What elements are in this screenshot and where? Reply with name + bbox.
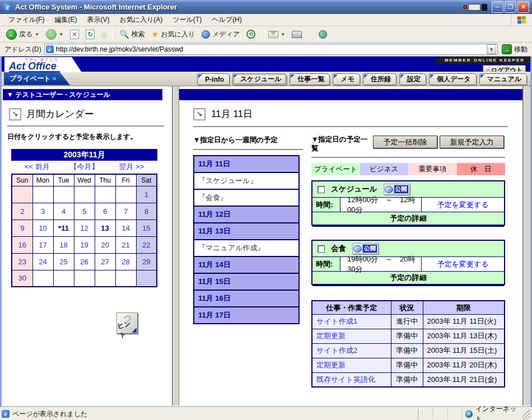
calendar-day[interactable]: 17 (32, 236, 53, 253)
calendar-day[interactable]: 27 (95, 253, 115, 270)
calendar-day[interactable]: 4 (53, 203, 74, 220)
week-date-row[interactable]: 11月 15日 (194, 274, 298, 291)
schedule-detail-link[interactable]: 予定の詳細 (312, 212, 504, 225)
nav-tab-スケジュール[interactable]: スケジュール (232, 73, 287, 85)
back-button[interactable]: ←戻る▼ (3, 28, 42, 41)
calendar-day[interactable]: 15 (136, 220, 157, 236)
nav-tab-P-info[interactable]: P-info (197, 73, 230, 85)
messenger-button[interactable] (316, 29, 330, 40)
calendar-day[interactable]: 3 (32, 203, 53, 220)
calendar-day[interactable]: 2 (12, 203, 32, 220)
calendar-day[interactable]: 14 (115, 220, 136, 236)
week-date-row[interactable]: 11月 11日 (194, 156, 298, 173)
print-button[interactable] (289, 30, 305, 39)
menu-item[interactable]: ファイル(F) (3, 14, 49, 26)
prev-month-link[interactable]: << 前月 (25, 162, 50, 172)
week-date-row[interactable]: 11月 12日 (194, 207, 298, 223)
stop-button[interactable]: ✕ (67, 29, 82, 40)
act-office-logo[interactable]: アクト オフィス Act Office (4, 57, 82, 72)
nav-tab-メモ[interactable]: メモ (333, 73, 360, 85)
week-date-row[interactable]: 11月 17日 (194, 307, 298, 323)
nav-tab-マニュアル[interactable]: マニュアル (479, 73, 527, 85)
calendar-day[interactable]: 29 (136, 253, 157, 270)
calendar-day[interactable]: 19 (74, 236, 95, 253)
week-event-link[interactable]: 『マニュアル作成』 (194, 240, 298, 257)
entry-checkbox[interactable] (318, 245, 325, 253)
entry-checkbox[interactable] (318, 186, 325, 193)
calendar-day[interactable]: 30 (12, 270, 32, 287)
tab-corner-icon (334, 74, 338, 78)
change-schedule-link[interactable]: 予定を変更する (421, 198, 504, 212)
calendar-day[interactable]: 13 (95, 220, 115, 236)
address-dropdown-icon[interactable]: ▼ (487, 44, 496, 54)
calendar-day[interactable]: 24 (32, 253, 53, 270)
favorites-button[interactable]: ★お気に入り (149, 29, 198, 40)
calendar-day[interactable]: 25 (53, 253, 74, 270)
current-month-link[interactable]: 【今月】 (69, 162, 99, 172)
calendar-day[interactable]: 23 (12, 253, 32, 270)
week-event-link[interactable]: 『会食』 (194, 190, 298, 207)
forward-button[interactable]: →▼ (43, 28, 66, 41)
menu-item[interactable]: お気に入り(A) (114, 14, 167, 26)
task-name-link[interactable]: サイト作成1 (312, 314, 391, 329)
week-date-row[interactable]: 11月 14日 (194, 257, 298, 274)
calendar-day[interactable]: 20 (95, 236, 115, 253)
maximize-button[interactable]: ❐ (505, 1, 516, 13)
private-mode-tab[interactable]: プライベート » (4, 72, 70, 85)
calendar-day[interactable]: 8 (136, 203, 157, 220)
next-month-link[interactable]: 翌月 >> (119, 162, 144, 172)
menu-item[interactable]: 表示(V) (82, 14, 114, 26)
close-button[interactable]: ✕ (517, 1, 529, 13)
task-name-link[interactable]: 既存サイト英語化 (312, 372, 391, 387)
calendar-day[interactable]: 9 (12, 220, 32, 236)
week-event-link[interactable]: 『スケジュール』 (194, 173, 298, 190)
calendar-day[interactable]: 12 (74, 220, 95, 236)
menu-item[interactable]: ツール(T) (167, 14, 207, 26)
calendar-day[interactable]: 22 (136, 236, 157, 253)
address-input[interactable]: e http://dev.birth.ne.jp/mokv3/servlet/P… (44, 44, 498, 55)
nav-tab-設定[interactable]: 設定 (399, 73, 426, 85)
task-name-link[interactable]: 定期更新 (312, 358, 391, 372)
calendar-day[interactable]: 28 (115, 253, 136, 270)
calendar-day[interactable]: 5 (74, 203, 95, 220)
task-name-link[interactable]: サイト作成2 (312, 343, 391, 358)
resize-grip[interactable] (522, 409, 530, 419)
menu-item[interactable]: ヘルプ(H) (207, 14, 247, 26)
frame-divider[interactable] (172, 86, 179, 405)
week-date-row[interactable]: 11月 13日 (194, 223, 298, 240)
calendar-day[interactable]: 26 (74, 253, 95, 270)
search-button[interactable]: 🔍検索 (116, 29, 147, 40)
change-schedule-link[interactable]: 予定を変更する (421, 257, 504, 271)
mail-button[interactable]: ▼ (265, 30, 288, 39)
home-button[interactable]: ⌂ (99, 29, 109, 40)
calendar-day[interactable]: 10 (32, 220, 53, 236)
mail-dropdown-icon[interactable]: ▼ (281, 32, 285, 37)
calendar-day[interactable]: *11 (53, 220, 74, 236)
task-name-link[interactable]: 定期更新 (312, 329, 391, 343)
week-date-row[interactable]: 11月 16日 (194, 291, 298, 307)
media-button[interactable]: メディア (199, 29, 242, 40)
nav-tab-住所録[interactable]: 住所録 (363, 73, 396, 85)
refresh-button[interactable]: ↻ (83, 29, 97, 40)
menu-item[interactable]: 編集(E) (49, 14, 82, 26)
publish-badge[interactable]: 公開 (352, 243, 379, 254)
forward-dropdown-icon[interactable]: ▼ (59, 32, 63, 37)
address-url[interactable]: http://dev.birth.ne.jp/mokv3/servlet/Pas… (56, 45, 484, 53)
calendar-day[interactable]: 18 (53, 236, 74, 253)
publish-badge[interactable]: 公開 (384, 184, 410, 195)
calendar-day[interactable]: 7 (115, 203, 136, 220)
hint-button[interactable]: ? ヒント (116, 312, 138, 334)
minimize-button[interactable]: ─ (492, 1, 503, 13)
back-dropdown-icon[interactable]: ▼ (35, 32, 39, 37)
calendar-day[interactable]: 1 (136, 186, 157, 203)
nav-tab-個人データ[interactable]: 個人データ (429, 73, 477, 85)
delete-schedules-button[interactable]: 予定一括削除 (373, 136, 437, 148)
go-button[interactable]: → 移動 (501, 43, 531, 55)
nav-tab-仕事一覧[interactable]: 仕事一覧 (290, 73, 330, 85)
schedule-detail-link[interactable]: 予定の詳細 (312, 271, 504, 284)
calendar-day[interactable]: 6 (95, 203, 115, 220)
history-button[interactable]: ⟲ (244, 29, 258, 40)
calendar-day[interactable]: 16 (12, 236, 32, 253)
new-schedule-button[interactable]: 新規予定入力 (440, 136, 504, 148)
calendar-day[interactable]: 21 (115, 236, 136, 253)
